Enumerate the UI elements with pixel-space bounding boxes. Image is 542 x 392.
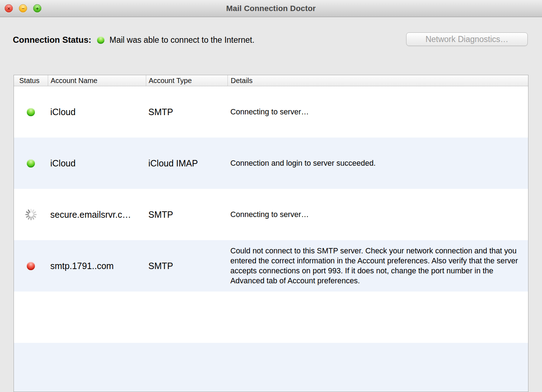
- account-type: SMTP: [146, 210, 227, 220]
- empty-row: [14, 343, 528, 392]
- zoom-button[interactable]: +: [33, 4, 41, 12]
- green-status-icon: [27, 159, 35, 167]
- account-name: smtp.1791..com: [48, 261, 146, 271]
- titlebar: × − + Mail Connection Doctor: [0, 0, 542, 17]
- account-name: secure.emailsrvr.c…: [48, 210, 146, 220]
- red-status-icon: [27, 262, 35, 270]
- spinner-icon: [24, 208, 38, 221]
- minimize-button[interactable]: −: [19, 4, 27, 12]
- status-cell: [14, 262, 48, 270]
- empty-row: [14, 292, 528, 343]
- mail-connection-doctor-window: × − + Mail Connection Doctor Connection …: [0, 0, 542, 392]
- zoom-icon: +: [36, 6, 39, 11]
- account-type: SMTP: [146, 261, 227, 271]
- network-diagnostics-button[interactable]: Network Diagnostics…: [406, 32, 528, 46]
- account-type: iCloud IMAP: [146, 158, 227, 169]
- green-status-icon: [27, 108, 35, 116]
- column-header-details: Details: [227, 75, 528, 86]
- connection-status-label: Connection Status:: [13, 35, 91, 45]
- minimize-icon: −: [21, 6, 24, 11]
- account-details: Connection and login to server succeeded…: [227, 158, 528, 168]
- connection-status-message: Mail was able to connect to the Internet…: [109, 35, 255, 45]
- accounts-table: Status Account Name Account Type Details…: [14, 75, 528, 392]
- traffic-lights: × − +: [0, 4, 41, 12]
- account-details: Could not connect to this SMTP server. C…: [227, 246, 528, 286]
- close-icon: ×: [7, 6, 10, 11]
- status-cell: [14, 108, 48, 116]
- column-header-account-type: Account Type: [146, 75, 227, 86]
- account-type: SMTP: [146, 107, 227, 117]
- account-name: iCloud: [48, 158, 146, 169]
- table-row[interactable]: iCloudiCloud IMAPConnection and login to…: [14, 138, 528, 189]
- green-status-icon: [97, 36, 104, 44]
- table-row[interactable]: smtp.1791..comSMTPCould not connect to t…: [14, 240, 528, 292]
- table-header: Status Account Name Account Type Details: [14, 75, 528, 86]
- connection-status-line: Connection Status: Mail was able to conn…: [13, 33, 255, 46]
- account-table-body: iCloudSMTPConnecting to server…iCloudiCl…: [14, 86, 528, 392]
- window-title: Mail Connection Doctor: [0, 4, 542, 13]
- column-header-account-name: Account Name: [48, 75, 146, 86]
- column-header-status: Status: [14, 75, 48, 86]
- status-cell: [14, 159, 48, 167]
- table-row[interactable]: iCloudSMTPConnecting to server…: [14, 86, 528, 138]
- status-cell: [14, 208, 48, 221]
- account-details: Connecting to server…: [227, 107, 528, 117]
- account-details: Connecting to server…: [227, 210, 528, 220]
- table-row[interactable]: secure.emailsrvr.c…SMTPConnecting to ser…: [14, 189, 528, 240]
- close-button[interactable]: ×: [5, 4, 13, 12]
- account-name: iCloud: [48, 107, 146, 117]
